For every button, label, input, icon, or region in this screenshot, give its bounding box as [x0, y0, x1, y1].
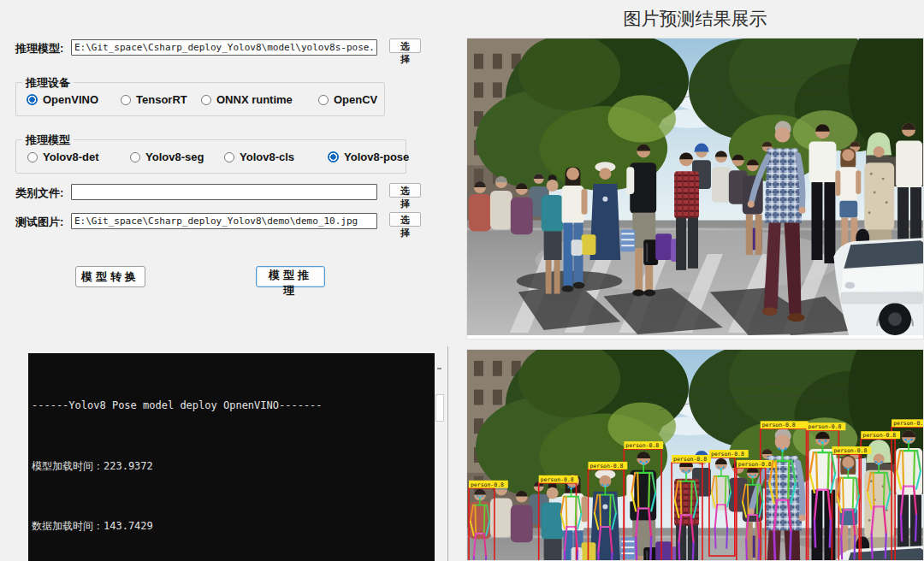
console-line: ------Yolov8 Pose model deploy OpnenVINO… [32, 396, 433, 416]
radio-yolov8-seg[interactable]: Yolov8-seg [130, 151, 204, 163]
original-image [466, 38, 924, 340]
device-group-title: 推理设备 [22, 75, 74, 91]
console-scrollbar-thumb[interactable] [435, 394, 444, 422]
test-image-label: 测试图片: [15, 215, 63, 230]
radio-selected-icon [328, 151, 339, 162]
radio-yolov8-cls[interactable]: Yolov8-cls [224, 151, 294, 163]
result-panel-title: 图片预测结果展示 [466, 7, 924, 31]
radio-openvino[interactable]: OpenVINO [27, 93, 98, 106]
class-select-button[interactable]: 选 择 [389, 183, 421, 198]
console-line: 模型加载时间：223.9372 [32, 457, 433, 477]
model-type-groupbox: 推理模型 Yolov8-det Yolov8-seg Yolov8-cls Yo… [15, 139, 406, 174]
model-group-title: 推理模型 [22, 133, 74, 148]
model-infer-button[interactable]: 模型推理 [256, 266, 325, 287]
class-file-label: 类别文件: [15, 186, 63, 201]
radio-icon [130, 152, 140, 162]
street-scene-photo [467, 38, 923, 335]
radio-icon [121, 95, 131, 105]
model-select-button[interactable]: 选 择 [389, 38, 421, 53]
radio-icon [201, 95, 211, 105]
radio-onnx-runtime[interactable]: ONNX runtime [201, 93, 293, 106]
console-line: 数据加载时间：143.7429 [32, 517, 433, 537]
image-select-button[interactable]: 选 择 [389, 212, 421, 227]
radio-opencv[interactable]: OpenCV [318, 93, 377, 106]
test-image-input[interactable] [71, 213, 377, 229]
model-path-input[interactable] [71, 39, 377, 56]
radio-tensorrt[interactable]: TensorRT [121, 93, 187, 106]
app-window: 推理模型: 选 择 推理设备 OpenVINO TensorRT ONNX ru… [0, 0, 924, 561]
radio-icon [27, 152, 38, 162]
scrollbar-mark [437, 368, 441, 369]
radio-yolov8-det[interactable]: Yolov8-det [27, 151, 99, 163]
radio-yolov8-pose[interactable]: Yolov8-pose [328, 151, 409, 163]
pose-result-image [466, 349, 924, 561]
console-output[interactable]: ------Yolov8 Pose model deploy OpnenVINO… [28, 353, 435, 561]
radio-icon [224, 152, 234, 162]
model-convert-button[interactable]: 模型转换 [75, 266, 145, 287]
class-file-input[interactable] [71, 184, 377, 200]
device-groupbox: 推理设备 OpenVINO TensorRT ONNX runtime Open… [15, 82, 385, 116]
radio-selected-icon [27, 94, 38, 105]
street-scene-pose-photo [467, 350, 923, 560]
panel-divider [447, 346, 448, 561]
model-path-label: 推理模型: [15, 41, 63, 56]
radio-icon [318, 95, 329, 105]
